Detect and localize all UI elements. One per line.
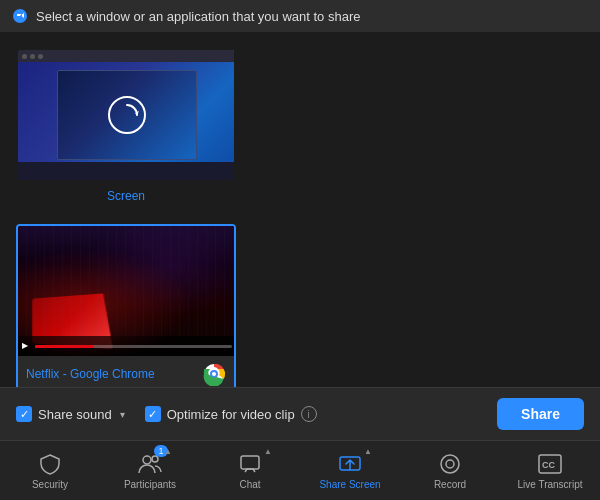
- svg-text:CC: CC: [542, 460, 555, 470]
- netflix-label-container: Netflix - Google Chrome: [18, 356, 234, 387]
- screen-label-container: Screen: [18, 180, 234, 210]
- record-label: Record: [434, 479, 466, 490]
- screen-preview: [18, 50, 236, 180]
- svg-rect-8: [241, 456, 259, 469]
- screen-inner: [57, 70, 197, 160]
- share-sound-label: Share sound: [38, 407, 112, 422]
- taskbar-item-record[interactable]: Record: [400, 441, 500, 500]
- share-screen-caret: ▲: [364, 447, 372, 456]
- share-sound-dropdown[interactable]: ▾: [120, 409, 125, 420]
- netflix-scene: ▶: [18, 226, 236, 356]
- svg-point-6: [143, 456, 151, 464]
- svg-point-10: [441, 455, 459, 473]
- info-icon[interactable]: i: [301, 406, 317, 422]
- share-sound-checkbox[interactable]: ✓: [16, 406, 32, 422]
- taskbar-item-live-transcript[interactable]: CC Live Transcript: [500, 441, 600, 500]
- netflix-thumbnail[interactable]: ▶ Netflix - Google Chrome: [16, 224, 236, 387]
- zoom-icon: [12, 8, 28, 24]
- check-mark-2: ✓: [148, 409, 157, 420]
- optimize-group: ✓ Optimize for video clip i: [145, 406, 317, 422]
- svg-point-11: [446, 460, 454, 468]
- share-screen-label: Share Screen: [319, 479, 380, 490]
- netflix-controls: ▶: [18, 336, 236, 356]
- taskbar-item-participants[interactable]: Participants 1 ▲: [100, 441, 200, 500]
- netflix-preview: ▶: [18, 226, 236, 356]
- optimize-checkbox[interactable]: ✓: [145, 406, 161, 422]
- netflix-label: Netflix - Google Chrome: [26, 367, 155, 381]
- screen-thumbnail[interactable]: Screen: [16, 48, 236, 212]
- check-mark: ✓: [20, 409, 29, 420]
- title-bar-text: Select a window or an application that y…: [36, 9, 360, 24]
- participants-label: Participants: [124, 479, 176, 490]
- netflix-rain: [18, 226, 236, 356]
- chat-icon: [238, 452, 262, 476]
- thumb-topbar: [18, 50, 236, 62]
- screen-label: Screen: [107, 189, 145, 203]
- share-button[interactable]: Share: [497, 398, 584, 430]
- taskbar: Security Participants 1 ▲ Chat ▲: [0, 440, 600, 500]
- chat-caret: ▲: [264, 447, 272, 456]
- thumbnails-grid: Screen ▶ Netflix - Google Chrome: [16, 48, 584, 387]
- progress-fill: [35, 345, 94, 348]
- options-bar: ✓ Share sound ▾ ✓ Optimize for video cli…: [0, 387, 600, 440]
- clock-icon: [107, 95, 147, 135]
- progress-bar: [35, 345, 232, 348]
- share-sound-group: ✓ Share sound ▾: [16, 406, 125, 422]
- play-icon: ▶: [22, 341, 32, 351]
- chrome-icon: [202, 362, 226, 386]
- taskbar-item-security[interactable]: Security: [0, 441, 100, 500]
- participants-caret: ▲: [164, 447, 172, 456]
- title-bar: Select a window or an application that y…: [0, 0, 600, 32]
- main-content: Screen ▶ Netflix - Google Chrome: [0, 32, 600, 387]
- security-label: Security: [32, 479, 68, 490]
- cc-icon: CC: [538, 452, 562, 476]
- chat-label: Chat: [239, 479, 260, 490]
- svg-point-1: [109, 97, 145, 133]
- share-screen-icon: [338, 452, 362, 476]
- live-transcript-label: Live Transcript: [517, 479, 582, 490]
- record-icon: [438, 452, 462, 476]
- optimize-label: Optimize for video clip: [167, 407, 295, 422]
- taskbar-item-share-screen[interactable]: Share Screen ▲: [300, 441, 400, 500]
- shield-icon: [38, 452, 62, 476]
- taskbar-item-chat[interactable]: Chat ▲: [200, 441, 300, 500]
- svg-point-5: [212, 372, 216, 376]
